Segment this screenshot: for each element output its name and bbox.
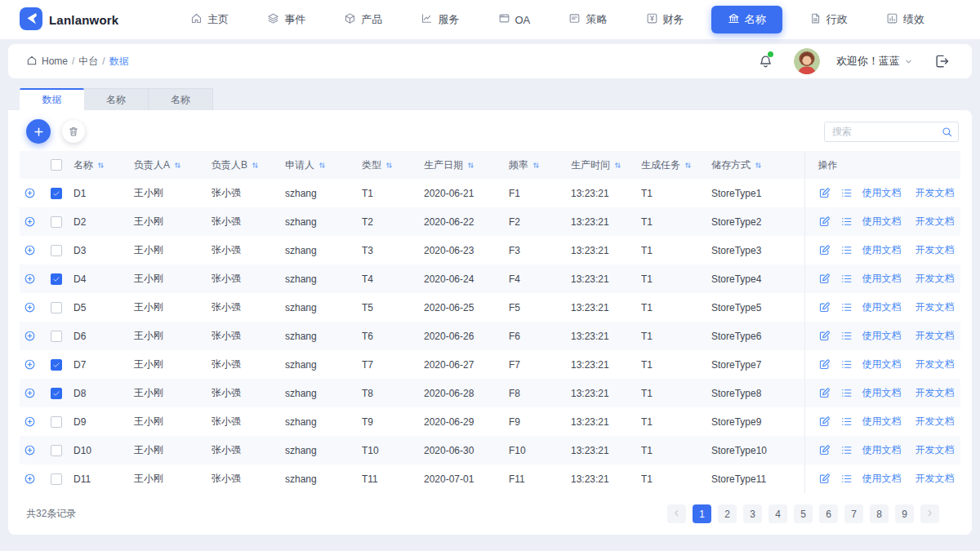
expand-row-button[interactable] bbox=[23, 387, 36, 400]
sort-icon[interactable] bbox=[754, 161, 763, 170]
detail-list-button[interactable] bbox=[840, 444, 853, 457]
row-checkbox[interactable] bbox=[51, 216, 62, 228]
edit-button[interactable] bbox=[818, 330, 831, 343]
edit-button[interactable] bbox=[818, 358, 831, 371]
expand-row-button[interactable] bbox=[23, 358, 36, 371]
expand-row-button[interactable] bbox=[23, 330, 36, 343]
dev-doc-link[interactable]: 开发文档 bbox=[915, 415, 955, 429]
tab-2[interactable]: 名称 bbox=[84, 88, 149, 110]
edit-button[interactable] bbox=[818, 301, 831, 314]
dev-doc-link[interactable]: 开发文档 bbox=[915, 300, 955, 314]
dev-doc-link[interactable]: 开发文档 bbox=[915, 329, 955, 343]
nav-item-5[interactable]: OA bbox=[487, 7, 542, 33]
page-button-7[interactable]: 7 bbox=[844, 504, 863, 523]
detail-list-button[interactable] bbox=[840, 187, 853, 200]
row-checkbox[interactable] bbox=[51, 273, 62, 285]
logout-button[interactable] bbox=[929, 49, 954, 73]
edit-button[interactable] bbox=[818, 244, 831, 257]
expand-row-button[interactable] bbox=[23, 473, 36, 486]
edit-button[interactable] bbox=[818, 273, 831, 286]
edit-button[interactable] bbox=[818, 415, 831, 429]
page-button-6[interactable]: 6 bbox=[819, 504, 838, 523]
add-record-button[interactable] bbox=[26, 119, 51, 144]
sort-icon[interactable] bbox=[251, 161, 260, 170]
detail-list-button[interactable] bbox=[840, 301, 853, 314]
delete-records-button[interactable] bbox=[62, 120, 85, 143]
detail-list-button[interactable] bbox=[840, 216, 853, 229]
page-button-3[interactable]: 3 bbox=[743, 504, 762, 523]
select-all-checkbox[interactable] bbox=[51, 159, 62, 171]
nav-item-10[interactable]: 绩效 bbox=[875, 7, 936, 33]
prev-page-button[interactable] bbox=[667, 504, 686, 523]
breadcrumb-item-3[interactable]: 数据 bbox=[109, 55, 129, 69]
next-page-button[interactable] bbox=[920, 504, 939, 523]
row-checkbox[interactable] bbox=[51, 359, 62, 371]
expand-row-button[interactable] bbox=[23, 415, 36, 429]
nav-item-8[interactable]: 名称 bbox=[711, 6, 782, 33]
detail-list-button[interactable] bbox=[840, 387, 853, 400]
nav-item-3[interactable]: 产品 bbox=[332, 7, 394, 33]
page-button-2[interactable]: 2 bbox=[718, 504, 737, 523]
expand-row-button[interactable] bbox=[23, 187, 36, 200]
nav-item-2[interactable]: 事件 bbox=[256, 7, 317, 33]
page-button-4[interactable]: 4 bbox=[768, 504, 787, 523]
tab-1[interactable]: 数据 bbox=[20, 88, 84, 110]
usage-doc-link[interactable]: 使用文档 bbox=[862, 272, 902, 286]
dev-doc-link[interactable]: 开发文档 bbox=[915, 472, 955, 486]
edit-button[interactable] bbox=[818, 187, 831, 200]
breadcrumb-item-1[interactable]: Home bbox=[42, 56, 68, 67]
nav-item-4[interactable]: 服务 bbox=[409, 7, 470, 33]
expand-row-button[interactable] bbox=[23, 273, 36, 286]
dev-doc-link[interactable]: 开发文档 bbox=[915, 215, 955, 229]
search-input[interactable] bbox=[824, 122, 959, 142]
edit-button[interactable] bbox=[818, 216, 831, 229]
sort-icon[interactable] bbox=[318, 161, 327, 170]
search-icon[interactable] bbox=[941, 126, 953, 138]
detail-list-button[interactable] bbox=[840, 473, 853, 486]
breadcrumb-item-2[interactable]: 中台 bbox=[78, 55, 98, 69]
edit-button[interactable] bbox=[818, 444, 831, 457]
dev-doc-link[interactable]: 开发文档 bbox=[915, 272, 955, 286]
row-checkbox[interactable] bbox=[51, 388, 62, 399]
sort-icon[interactable] bbox=[173, 161, 182, 170]
usage-doc-link[interactable]: 使用文档 bbox=[862, 186, 902, 200]
sort-icon[interactable] bbox=[466, 161, 475, 170]
row-checkbox[interactable] bbox=[51, 445, 62, 456]
detail-list-button[interactable] bbox=[840, 330, 853, 343]
usage-doc-link[interactable]: 使用文档 bbox=[862, 329, 902, 343]
detail-list-button[interactable] bbox=[840, 415, 853, 429]
expand-row-button[interactable] bbox=[23, 244, 36, 257]
usage-doc-link[interactable]: 使用文档 bbox=[862, 358, 902, 371]
expand-row-button[interactable] bbox=[23, 301, 36, 314]
nav-item-7[interactable]: 财务 bbox=[635, 7, 696, 33]
row-checkbox[interactable] bbox=[51, 473, 62, 485]
expand-row-button[interactable] bbox=[23, 444, 36, 457]
nav-item-1[interactable]: 主页 bbox=[179, 7, 240, 33]
dev-doc-link[interactable]: 开发文档 bbox=[915, 386, 955, 400]
dev-doc-link[interactable]: 开发文档 bbox=[915, 186, 955, 200]
usage-doc-link[interactable]: 使用文档 bbox=[862, 300, 902, 314]
sort-icon[interactable] bbox=[613, 161, 622, 170]
row-checkbox[interactable] bbox=[51, 188, 62, 199]
usage-doc-link[interactable]: 使用文档 bbox=[862, 415, 902, 429]
expand-row-button[interactable] bbox=[23, 216, 36, 229]
dev-doc-link[interactable]: 开发文档 bbox=[915, 243, 955, 257]
dev-doc-link[interactable]: 开发文档 bbox=[915, 443, 955, 457]
usage-doc-link[interactable]: 使用文档 bbox=[862, 215, 902, 229]
detail-list-button[interactable] bbox=[840, 358, 853, 371]
detail-list-button[interactable] bbox=[840, 244, 853, 257]
usage-doc-link[interactable]: 使用文档 bbox=[862, 472, 902, 486]
sort-icon[interactable] bbox=[532, 161, 541, 170]
user-menu[interactable]: 欢迎你！蓝蓝 bbox=[836, 54, 913, 69]
tab-3[interactable]: 名称 bbox=[149, 88, 213, 110]
avatar[interactable] bbox=[794, 48, 820, 74]
nav-item-9[interactable]: 行政 bbox=[798, 7, 859, 33]
row-checkbox[interactable] bbox=[51, 331, 62, 342]
page-button-9[interactable]: 9 bbox=[895, 504, 914, 523]
usage-doc-link[interactable]: 使用文档 bbox=[862, 243, 902, 257]
usage-doc-link[interactable]: 使用文档 bbox=[862, 386, 902, 400]
nav-item-6[interactable]: 策略 bbox=[557, 7, 618, 33]
row-checkbox[interactable] bbox=[51, 302, 62, 313]
notification-bell-button[interactable] bbox=[753, 49, 777, 73]
edit-button[interactable] bbox=[818, 473, 831, 486]
